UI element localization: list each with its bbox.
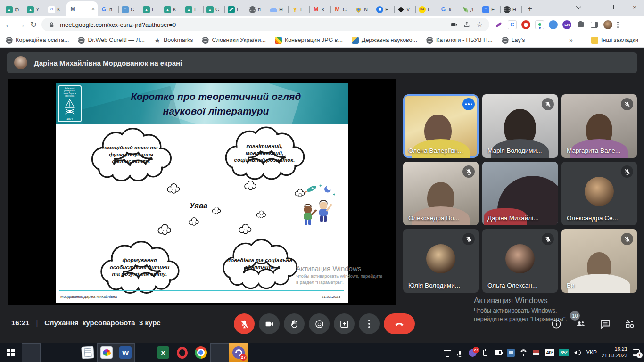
- taskbar-app-button[interactable]: [59, 343, 78, 362]
- browser-tab[interactable]: Г: [289, 3, 310, 16]
- lock-icon[interactable]: [47, 20, 56, 29]
- taskbar-app-button[interactable]: [210, 343, 229, 362]
- participant-tile[interactable]: Ольга Олексан...: [482, 229, 558, 293]
- browser-tab[interactable]: С: [119, 3, 140, 16]
- participant-tile[interactable]: Юлія Володими...: [403, 229, 479, 293]
- taskbar-clock[interactable]: 16:21 21.03.2023: [602, 346, 627, 359]
- browser-tab[interactable]: С: [204, 3, 225, 16]
- taskbar-app-button[interactable]: [173, 343, 191, 362]
- tray-battery-icon[interactable]: [494, 349, 502, 357]
- address-bar[interactable]: meet.google.com/xcx-esnz-jrd?authuser=0 …: [41, 18, 489, 31]
- mic-toggle-button[interactable]: [234, 313, 255, 334]
- participant-tile[interactable]: Олександра Се...: [561, 162, 637, 225]
- browser-tab[interactable]: п: [98, 3, 119, 16]
- tray-wifi-icon[interactable]: [520, 349, 528, 357]
- taskbar-app-button[interactable]: [154, 343, 173, 362]
- taskbar-app-button[interactable]: [116, 343, 135, 362]
- tray-gpu-temp[interactable]: 65°: [559, 349, 569, 356]
- url-text[interactable]: meet.google.com/xcx-esnz-jrd?authuser=0: [60, 21, 446, 28]
- camera-in-use-icon[interactable]: [450, 20, 458, 29]
- browser-tab[interactable]: Н: [267, 3, 289, 16]
- tab-close-icon[interactable]: ×: [91, 6, 95, 12]
- side-panel-icon[interactable]: [590, 20, 599, 29]
- participant-tile[interactable]: Даріна Михайлі...: [482, 162, 558, 225]
- maximize-button[interactable]: [606, 0, 625, 14]
- participant-tile[interactable]: Маргарита Вале...: [561, 94, 637, 158]
- forward-button[interactable]: →: [17, 21, 25, 29]
- start-button[interactable]: [0, 343, 22, 362]
- browser-tab[interactable]: К: [161, 3, 182, 16]
- reload-button[interactable]: ↻: [30, 21, 37, 29]
- camera-toggle-button[interactable]: [259, 313, 280, 334]
- taskbar-app-button[interactable]: [22, 343, 41, 362]
- participant-tile[interactable]: Олена Валеріївн...: [403, 94, 479, 158]
- back-button[interactable]: ←: [5, 21, 13, 29]
- end-call-button[interactable]: [384, 313, 415, 334]
- tab-search-chevron-icon[interactable]: [569, 0, 587, 14]
- participant-tile[interactable]: Олександра Во...: [403, 162, 479, 225]
- more-options-button[interactable]: [359, 313, 380, 334]
- raise-hand-button[interactable]: [284, 313, 305, 334]
- action-center-icon[interactable]: 1: [632, 349, 640, 357]
- tray-viber-icon[interactable]: 27: [469, 349, 477, 357]
- browser-tab[interactable]: V: [395, 3, 416, 16]
- browser-tab[interactable]: Г: [182, 3, 204, 16]
- minimize-button[interactable]: —: [587, 0, 606, 14]
- bookmark-item[interactable]: Державна науково...: [352, 37, 417, 44]
- extension-en-translator-icon[interactable]: [562, 20, 571, 29]
- browser-tab[interactable]: ф: [3, 3, 24, 16]
- browser-tab[interactable]: Е: [373, 3, 395, 16]
- browser-tab[interactable]: L: [416, 3, 437, 16]
- extension-translate-icon[interactable]: [508, 20, 517, 29]
- language-indicator[interactable]: УКР: [586, 349, 597, 356]
- browser-tab[interactable]: Н: [501, 3, 522, 16]
- shared-screen-stage[interactable]: Київський університет імені Бориса Грінч…: [8, 79, 396, 305]
- new-tab-button[interactable]: +: [524, 3, 536, 15]
- extensions-puzzle-icon[interactable]: [576, 20, 585, 29]
- taskbar-app-button[interactable]: [78, 343, 97, 362]
- bookmark-item[interactable]: Словники України...: [202, 37, 265, 44]
- tray-microphone-icon[interactable]: [456, 349, 464, 357]
- browser-tab[interactable]: К: [310, 3, 331, 16]
- tray-cpu-temp[interactable]: 40°: [545, 349, 554, 356]
- browser-tab[interactable]: п: [246, 3, 267, 16]
- tray-display-icon[interactable]: [443, 349, 451, 357]
- browser-tab[interactable]: к: [437, 3, 458, 16]
- reactions-button[interactable]: [309, 313, 330, 334]
- browser-tab[interactable]: Г: [140, 3, 161, 16]
- profile-avatar[interactable]: [603, 20, 612, 29]
- browser-tab[interactable]: С: [331, 3, 352, 16]
- browser-tab[interactable]: Д: [458, 3, 479, 16]
- browser-menu-icon[interactable]: [617, 22, 619, 28]
- bookmark-item[interactable]: Lay's: [502, 37, 525, 44]
- present-screen-button[interactable]: [334, 313, 355, 334]
- chat-panel-button[interactable]: [599, 318, 611, 329]
- bookmark-item[interactable]: Корекційна освіта...: [6, 37, 69, 44]
- tray-network-computer-icon[interactable]: [507, 349, 515, 357]
- taskbar-app-button[interactable]: [135, 343, 154, 362]
- activities-button[interactable]: [624, 318, 636, 329]
- bookmark-item[interactable]: Конвертация JPG в...: [275, 37, 343, 44]
- browser-tab[interactable]: Г: [225, 3, 246, 16]
- taskbar-app-button[interactable]: [97, 343, 116, 362]
- browser-tab[interactable]: К: [45, 3, 66, 16]
- participant-tile[interactable]: Марія Володими...: [482, 94, 558, 158]
- taskbar-app-button[interactable]: [41, 343, 59, 362]
- tray-usb-icon[interactable]: [481, 349, 489, 357]
- participant-tile[interactable]: Ви: [561, 229, 637, 293]
- taskbar-app-button[interactable]: 27: [229, 343, 248, 362]
- bookmark-item[interactable]: Каталоги - НБУВ Н...: [426, 37, 493, 44]
- people-panel-button[interactable]: 10: [575, 318, 586, 329]
- tray-volume-icon[interactable]: [573, 349, 581, 357]
- taskbar-app-button[interactable]: [191, 343, 210, 362]
- browser-tab[interactable]: ×: [66, 1, 98, 16]
- close-window-button[interactable]: ×: [625, 0, 644, 14]
- share-icon[interactable]: [462, 20, 471, 29]
- browser-tab[interactable]: Е: [479, 3, 501, 16]
- extension-adblock-icon[interactable]: [521, 20, 530, 29]
- bookmark-item[interactable]: Bookmarks: [154, 37, 193, 44]
- extension-feather-icon[interactable]: [494, 20, 503, 29]
- tile-more-options-icon[interactable]: [462, 98, 475, 110]
- extension-blue-dot-icon[interactable]: [549, 20, 558, 29]
- extension-profile-doc-icon[interactable]: [535, 20, 544, 29]
